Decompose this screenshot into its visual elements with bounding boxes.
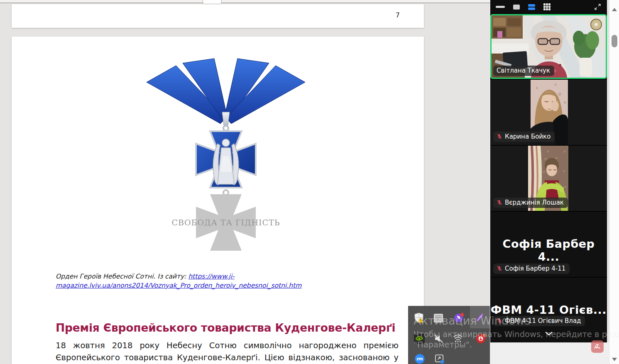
participant-name: Карина Бойко [505, 133, 550, 140]
zoom-participants-panel: Світлана Ткачук Кар [490, 0, 607, 342]
acrobat-icon[interactable] [591, 340, 604, 353]
viewer-top-strip [0, 0, 490, 3]
participant-tile[interactable]: Вєрджинія Лошак [490, 145, 607, 211]
muted-speaker-icon[interactable] [433, 333, 444, 344]
participant-name-badge: ФВМ 4-11 Огієвич Влад [493, 316, 585, 326]
participant-name-badge: Софія Барбер 4-11 [493, 264, 570, 274]
svg-text:!: ! [420, 319, 421, 323]
screen-capture-icon[interactable] [434, 353, 445, 364]
body-text-line: Європейського товариства Куденгове-Калер… [56, 353, 399, 362]
angel-figure [213, 139, 239, 185]
zoom-panel-header [490, 0, 607, 14]
participant-display-name: ФВМ 4-11 Огієв... [490, 303, 607, 316]
section-heading: Премія Європейського товариства Куденгов… [56, 321, 399, 334]
registry-window-icon[interactable] [433, 313, 444, 324]
window-scrollbar[interactable] [609, 0, 619, 364]
more-participants-chevron-icon[interactable] [545, 329, 553, 337]
expand-fullscreen-icon[interactable] [594, 3, 601, 12]
caption-hyperlink[interactable]: https://www.ji- [188, 273, 235, 280]
participant-tile[interactable]: Софія Барбер 4... Софія Барбер 4-11 [490, 211, 607, 277]
system-tray-popup: ! [408, 306, 490, 364]
strip-view-icon[interactable] [528, 4, 535, 10]
participant-name: ФВМ 4-11 Огієвич Влад [505, 317, 581, 325]
zoom-app-icon[interactable]: zm [414, 353, 425, 364]
document-page: СВОБОДА ТА ГІДНІСТЬ Орден Героїв Небесно… [12, 37, 424, 364]
download-manager-icon[interactable] [475, 333, 486, 344]
medal-figure: СВОБОДА ТА ГІДНІСТЬ [136, 57, 321, 257]
nvidia-icon[interactable] [414, 333, 425, 344]
figure-caption: Орден Героїв Небесної Сотні. Із сайту: h… [56, 272, 288, 290]
scroll-down-arrow[interactable] [612, 358, 617, 361]
muted-mic-icon [497, 266, 502, 271]
participant-name-badge: Карина Бойко [493, 132, 555, 142]
scroll-up-arrow[interactable] [612, 8, 617, 11]
scrollbar-thumb[interactable] [612, 35, 617, 47]
document-page-prev: 7 [12, 4, 424, 28]
participant-tile[interactable]: Карина Бойко [490, 80, 607, 145]
network-signal-icon[interactable] [453, 332, 463, 343]
participant-name: Софія Барбер 4-11 [505, 265, 565, 272]
pen-icon[interactable] [475, 312, 485, 323]
participant-name-badge: Вєрджинія Лошак [493, 198, 568, 208]
minimize-icon[interactable] [496, 6, 505, 8]
gallery-view-icon[interactable] [543, 3, 550, 10]
muted-mic-icon [497, 318, 502, 324]
body-text-line: 18 жовтня 2018 року Небесну Сотню символ… [56, 341, 399, 350]
caption-text: Орден Героїв Небесної Сотні. Із сайту: [56, 273, 188, 280]
participant-name: Світлана Ткачук [497, 67, 550, 74]
muted-mic-icon [497, 134, 502, 139]
participant-display-name: Софія Барбер 4... [490, 237, 607, 263]
viber-icon[interactable] [454, 312, 465, 323]
participant-name-badge: Світлана Ткачук [493, 66, 554, 76]
page-number: 7 [396, 11, 400, 19]
defender-shield-icon[interactable]: ! [413, 312, 424, 323]
caption-hyperlink-line2[interactable]: magazine.lviv.ua/anons2014/Voznyak_Pro_o… [56, 282, 301, 289]
collapsed-toolbar-stub[interactable] [203, 0, 222, 4]
muted-mic-icon [497, 200, 502, 205]
participant-tile[interactable]: ФВМ 4-11 Огієв... ФВМ 4-11 Огієвич Влад [490, 277, 607, 342]
participant-name: Вєрджинія Лошак [505, 199, 564, 206]
svg-text:zm: zm [416, 357, 423, 361]
participant-tile-active[interactable]: Світлана Ткачук [490, 14, 607, 79]
speaker-view-icon[interactable] [513, 5, 520, 10]
medal-engraving-text: СВОБОДА ТА ГІДНІСТЬ [171, 218, 280, 227]
